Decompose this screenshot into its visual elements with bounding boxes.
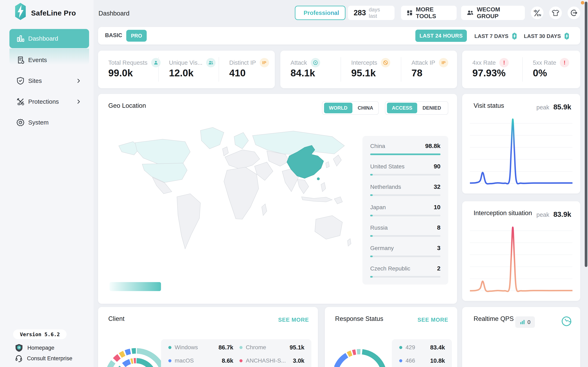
- stat-value: 0%: [533, 67, 547, 79]
- consult-enterprise-link[interactable]: Consult Enterprise: [15, 354, 72, 363]
- page-title: Dashboard: [98, 10, 129, 17]
- toggle-china[interactable]: CHINA: [353, 105, 378, 111]
- language-toggle-button[interactable]: 中 EN: [531, 7, 544, 19]
- stat-label: Distinct IP: [229, 59, 256, 66]
- sidebar-item-label: Events: [28, 57, 47, 64]
- country-row[interactable]: China98.8k: [370, 141, 441, 160]
- more-tools-button[interactable]: MORE TOOLS: [401, 6, 457, 20]
- world-map[interactable]: [110, 115, 358, 281]
- legend-item[interactable]: 42983.4k: [399, 344, 445, 351]
- more-tools-label: MORE TOOLS: [416, 6, 451, 20]
- country-row[interactable]: Netherlands32: [370, 182, 441, 200]
- range-30d-label: LAST 30 DAYS: [524, 33, 561, 39]
- sidebar-item-events[interactable]: Events: [9, 53, 89, 67]
- attack-stats-card: Attack 84.1k Intercepts 95.1k Attack IP …: [280, 51, 457, 88]
- headset-icon: [15, 355, 23, 362]
- response-status-card: Response Status SEE MORE 42983.4k 46610.…: [325, 307, 457, 367]
- peak-label: peak: [537, 211, 549, 218]
- pro-lightning-icon: [564, 32, 570, 40]
- stat-label: Intercepts: [351, 59, 377, 66]
- chevron-right-icon: [77, 100, 81, 104]
- translate-icon: 中 EN: [533, 9, 541, 17]
- visit-status-card: Visit status peak 85.9k: [462, 94, 580, 193]
- page-scrollbar[interactable]: [585, 2, 587, 267]
- country-row[interactable]: Russia8: [370, 223, 441, 241]
- client-card: Client SEE MORE Windows86.7k macOS8.6k L…: [98, 307, 318, 367]
- legend-item[interactable]: 46610.8k: [399, 357, 445, 364]
- sidebar-item-label: Sites: [28, 77, 42, 84]
- qps-title: Realtime QPS: [474, 315, 514, 323]
- plan-label: Professional: [304, 10, 339, 16]
- stat-label: Total Requests: [108, 59, 147, 66]
- sidebar-item-label: System: [28, 119, 49, 126]
- logout-button[interactable]: [568, 7, 580, 19]
- stat-value: 78: [411, 67, 422, 79]
- stat-label: 4xx Rate: [472, 59, 496, 66]
- plan-badge[interactable]: Professional: [295, 6, 345, 20]
- country-row[interactable]: Germany3: [370, 243, 441, 262]
- bar-chart-icon: [16, 34, 25, 43]
- sidebar-item-system[interactable]: System: [9, 116, 89, 129]
- legend-item[interactable]: ANCHASHI-S...3.0k: [239, 357, 304, 364]
- range-7d-label: LAST 7 DAYS: [474, 33, 509, 39]
- homepage-link[interactable]: Homepage: [15, 343, 54, 352]
- days-remaining-badge[interactable]: 283 days last: [348, 6, 394, 20]
- alert-icon: !: [499, 58, 509, 67]
- stat-value: 84.1k: [290, 67, 315, 79]
- toggle-denied[interactable]: DENIED: [418, 105, 446, 111]
- mode-pro-button[interactable]: PRO: [126, 30, 147, 42]
- peak-value: 85.9k: [553, 103, 571, 111]
- wecom-label: WECOM GROUP: [477, 6, 519, 20]
- country-row[interactable]: Japan10: [370, 202, 441, 221]
- sidebar-item-sites[interactable]: Sites: [9, 74, 89, 87]
- map-africa: [224, 167, 259, 219]
- shield-check-icon: [16, 77, 25, 85]
- visit-line-chart[interactable]: [470, 116, 572, 187]
- toggle-world[interactable]: WORLD: [324, 103, 352, 113]
- block-icon: [381, 58, 390, 67]
- map-australia: [315, 216, 342, 239]
- legend-item[interactable]: Chrome95.1k: [239, 344, 304, 351]
- legend-item[interactable]: macOS8.6k: [168, 357, 233, 364]
- client-donut-chart[interactable]: [103, 341, 169, 367]
- map-japan: [333, 155, 341, 166]
- mini-bars-icon: [520, 319, 525, 325]
- country-row[interactable]: United States90: [370, 161, 441, 180]
- range-7d-button[interactable]: LAST 7 DAYS: [474, 32, 518, 40]
- legend-item[interactable]: Windows86.7k: [168, 344, 233, 351]
- range-24h-button[interactable]: LAST 24 HOURS: [415, 30, 467, 42]
- mode-basic-button[interactable]: BASIC: [105, 32, 122, 39]
- qps-counter-badge: 0: [515, 316, 535, 328]
- safeline-logo-icon: [14, 2, 26, 20]
- refresh-clock-icon[interactable]: [562, 316, 572, 326]
- sidebar-item-protections[interactable]: Protections: [9, 95, 89, 108]
- peak-label: peak: [537, 104, 549, 111]
- range-30d-button[interactable]: LAST 30 DAYS: [524, 32, 570, 40]
- map-density-legend: [110, 282, 161, 291]
- map-greenland: [200, 127, 224, 149]
- map-south-america: [177, 194, 200, 249]
- interception-title: Interception situation: [474, 209, 532, 217]
- country-row[interactable]: Czech Republic2: [370, 263, 441, 282]
- interception-line-chart[interactable]: [470, 224, 572, 294]
- wecom-group-button[interactable]: WECOM GROUP: [461, 6, 525, 20]
- response-see-more-link[interactable]: SEE MORE: [418, 317, 448, 323]
- client-see-more-link[interactable]: SEE MORE: [278, 317, 309, 323]
- geo-location-card: Geo Location WORLD CHINA ACCESS DENIED: [98, 94, 457, 304]
- toggle-access[interactable]: ACCESS: [387, 103, 417, 113]
- theme-button[interactable]: [549, 7, 562, 19]
- app-title: SafeLine Pro: [31, 9, 76, 17]
- stat-label: 5xx Rate: [533, 59, 556, 66]
- pro-lightning-icon: [511, 32, 518, 40]
- traffic-stats-card: Total Requests 99.0k Unique Vis... 12.0k…: [98, 51, 275, 88]
- logout-icon: [570, 9, 578, 17]
- client-title: Client: [108, 315, 124, 323]
- access-denied-toggle: ACCESS DENIED: [385, 101, 448, 115]
- geo-title: Geo Location: [108, 102, 146, 109]
- sidebar-item-dashboard[interactable]: Dashboard: [9, 29, 89, 48]
- stat-value: 95.1k: [351, 67, 376, 79]
- days-label: days last: [369, 7, 389, 19]
- svg-text:EN: EN: [537, 13, 541, 17]
- peak-value: 83.9k: [553, 210, 571, 218]
- response-donut-chart[interactable]: [331, 342, 388, 367]
